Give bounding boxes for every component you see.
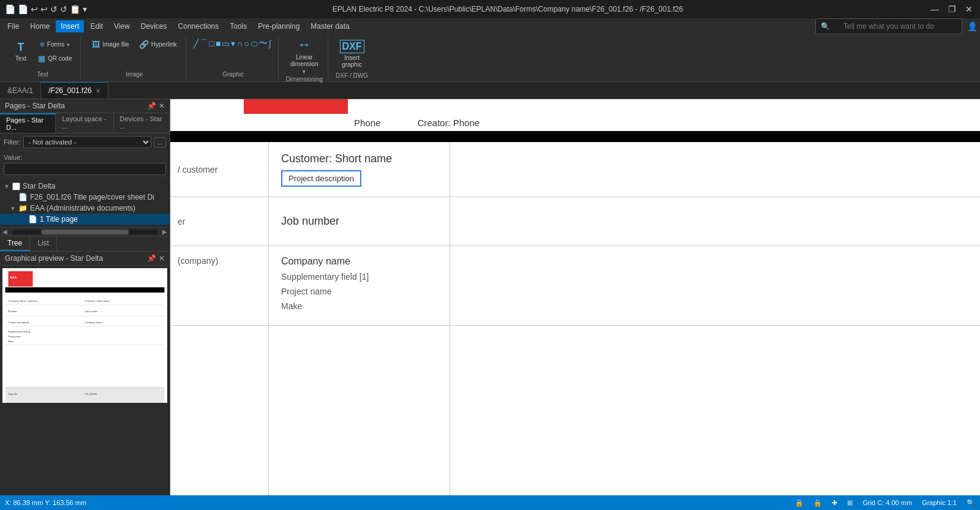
minimize-button[interactable]: — [929,4,941,14]
pin-button[interactable]: 📌 [147,102,156,110]
scroll-left-button[interactable]: ◀ [0,228,10,235]
linear-dimension-button[interactable]: ↔ Lineardimension ▾ [287,38,322,73]
zoom-icon[interactable]: 🔍 [967,499,975,507]
tree-item-label-star-delta: Star Delta [23,182,55,190]
preview-pin-button[interactable]: 📌 [147,254,156,263]
company-col-label: (company) [170,256,268,266]
svg-text:Company name: Company name [85,321,103,324]
menu-insert[interactable]: Insert [56,20,84,32]
circle-tool[interactable]: ○ [244,39,249,48]
tab-list[interactable]: List [30,236,57,251]
svg-text:Supplementary field [1]: Supplementary field [1] [9,331,31,333]
svg-text:F26_001.f26: F26_001.f26 [85,393,97,396]
qr-code-button[interactable]: ▦ QR code [34,52,75,65]
filter-label: Filter: [4,138,21,146]
filled-rect-tool[interactable]: ■ [216,39,221,48]
menu-view[interactable]: View [109,20,135,32]
tree-item-eaa[interactable]: ▼ 📁 EAA (Administrative documents) [0,203,170,214]
grid-icon[interactable]: ⊞ [847,499,853,507]
bezier-tool[interactable]: ∫ [269,39,271,48]
panel-close-button[interactable]: ✕ [159,102,165,110]
text-section-label: Text [37,71,48,78]
add-icon[interactable]: ✚ [832,499,837,507]
svg-text:Customer: Short name: Customer: Short name [85,299,110,302]
svg-text:Creator (company): Creator (company) [9,321,29,324]
insert-graphic-button[interactable]: DXF Insertgraphic [336,38,368,70]
canvas-vertical-divider [268,142,269,495]
tree-checkbox[interactable] [12,182,20,190]
menu-tools[interactable]: Tools [225,20,252,32]
lock-icon-1[interactable]: 🔒 [795,499,804,507]
subtab-devices[interactable]: Devices - Star ... [114,113,170,133]
tree-area: ▼ Star Delta 📄 F26_001.f26 Title page/co… [0,178,170,227]
menu-connections[interactable]: Connections [173,20,224,32]
preview-close-button[interactable]: ✕ [159,254,165,263]
graphic-section-label: Graphic [222,71,244,78]
search-input[interactable] [839,20,952,32]
scroll-right-button[interactable]: ▶ [160,228,170,235]
ellipse-tool[interactable]: ⬭ [251,39,258,49]
menu-file[interactable]: File [2,20,24,32]
filter-row: Filter: - Not activated - … [0,133,170,151]
tree-item-star-delta[interactable]: ▼ Star Delta [0,181,170,192]
menu-pre-planning[interactable]: Pre-planning [253,20,304,32]
horizontal-scrollbar[interactable]: ◀ ▶ [0,227,170,236]
project-name: Project name [281,287,980,296]
filter-options-button[interactable]: … [154,137,166,148]
svg-text:Make: Make [9,340,14,343]
filter-select[interactable]: - Not activated - [23,136,152,148]
menu-edit[interactable]: Edit [85,20,108,32]
value-label: Value: [4,154,166,161]
user-icon[interactable]: 👤 [967,21,978,31]
grid-display: Grid C: 4.00 mm [862,499,912,506]
subtab-pages[interactable]: Pages - Star D... [0,113,56,133]
expand-icon-eaa: ▼ [10,205,16,212]
subtab-layout[interactable]: Layout space - ... [56,113,113,133]
sub-tabs: Pages - Star D... Layout space - ... Dev… [0,113,170,133]
svg-text:EAA: EAA [10,276,17,279]
lock-icon-2[interactable]: 🔒 [813,499,822,507]
tab-tree[interactable]: Tree [0,236,30,251]
hyperlink-button[interactable]: 🔗 Hyperlink [135,38,181,51]
main-black-bar [170,133,980,142]
file-icon: 📄 [18,193,28,201]
customer-value: Customer: Short name [281,152,980,165]
rounded-rect-tool[interactable]: ▭ [222,39,230,48]
tab-f26[interactable]: /F26_001.f26 ✕ [41,82,108,99]
forms-button[interactable]: ≡ Forms ▾ [34,38,75,51]
tab-close-icon[interactable]: ✕ [96,88,100,94]
text-button[interactable]: T Text [10,39,32,64]
menu-master-data[interactable]: Master data [306,20,354,32]
image-file-button[interactable]: 🖼 Image file [88,38,132,51]
spline-tool[interactable]: 〜 [259,38,268,49]
value-input[interactable] [4,163,166,175]
close-button[interactable]: ✕ [963,4,975,14]
canvas-content: Phone Creator: Phone / customer Customer… [170,99,980,495]
maximize-button[interactable]: ❐ [946,4,958,14]
window-title: EPLAN Electric P8 2024 - C:\Users\Public… [87,5,929,13]
customer-col-label: / customer [170,165,268,174]
tab-bar: &EAA/1 /F26_001.f26 ✕ [0,82,980,99]
arc-tool[interactable]: ∩ [236,39,243,48]
graphical-preview-title: Graphical preview - Star Delta [5,254,103,263]
folder-icon: 📁 [18,204,28,212]
menu-devices[interactable]: Devices [136,20,172,32]
canvas-vertical-divider2 [450,142,450,495]
pages-panel-title: Pages - Star Delta [5,102,65,110]
project-description-box: Project description [281,170,361,187]
svg-text:Company name / customer: Company name / customer [9,299,39,302]
menu-home[interactable]: Home [25,20,55,32]
polyline-tool[interactable]: ⌒ [200,38,208,49]
scroll-track[interactable] [12,230,157,234]
tree-item-f26[interactable]: 📄 F26_001.f26 Title page/cover sheet Di [0,192,170,203]
line-tool[interactable]: ╱ [194,39,198,48]
tab-eaa1[interactable]: &EAA/1 [0,82,41,99]
tree-item-title-page[interactable]: 📄 1 Title page [0,214,170,225]
toolbar-dim-section: ↔ Lineardimension ▾ Dimensioning [281,37,329,79]
scroll-thumb [41,230,128,234]
rect-tool[interactable]: □ [209,39,214,48]
canvas-area: Phone Creator: Phone / customer Customer… [170,99,980,495]
tree-item-label-f26: F26_001.f26 Title page/cover sheet Di [30,193,154,201]
dxf-section-label: DXF / DWG [336,72,368,79]
more-tool[interactable]: ▾ [231,39,235,48]
